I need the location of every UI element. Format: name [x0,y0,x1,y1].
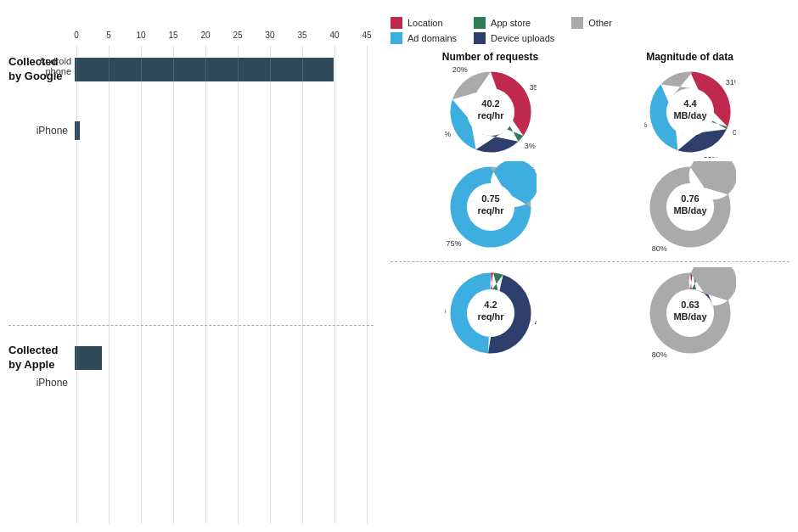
donut-group-0: 35%3%18%24%20%40.2req/hr31%0%23%32%14%4.… [391,66,790,262]
donuts-container: 35%3%18%24%20%40.2req/hr31%0%23%32%14%4.… [391,66,790,524]
legend-deviceuploads: Device uploads [474,32,554,44]
svg-text:46%: 46% [534,318,537,327]
legend-addomains: Ad domains [391,32,457,44]
svg-text:20%: 20% [452,66,467,74]
legend-other: Other [571,17,612,29]
legend-location: Location [391,17,457,29]
donut-0-0-1: 31%0%23%32%14%4.4MB/day [644,66,736,158]
donut-0-0-0: 35%3%18%24%20%40.2req/hr [445,66,537,158]
legend-area: Location Ad domains App store Device upl… [391,17,790,44]
donut-row-1-0: 1%4%46%49%4.2req/hr1%3%16%80%0.63MB/day [391,267,790,359]
donut-row-0-0: 35%3%18%24%20%40.2req/hr31%0%23%32%14%4.… [391,66,790,158]
svg-text:31%: 31% [725,78,735,87]
legend-deviceuploads-label: Device uploads [491,33,554,43]
svg-text:0%: 0% [732,128,735,137]
section-apple: Collectedby Apple iPhone [8,334,374,524]
addomains-swatch [391,32,402,44]
appstore-swatch [474,17,486,29]
donut-headers: Number of requests Magnitude of data [391,51,790,63]
location-swatch [391,17,402,29]
other-swatch [571,17,583,29]
legend-addomains-label: Ad domains [407,33,457,43]
header-magnitude: Magnitude of data [590,51,790,63]
iphone-apple-label: iPhone [8,377,75,389]
svg-text:23%: 23% [703,155,718,158]
legend-location-label: Location [407,18,443,28]
section-google: Collectedby Google Androidphone iPhone [8,46,374,326]
donut-1-0-0: 1%4%46%49%4.2req/hr [445,267,537,359]
svg-text:14%: 14% [663,66,678,67]
apple-section-label: Collectedby Apple [8,344,75,372]
svg-text:3%: 3% [524,142,535,150]
svg-text:80%: 80% [651,350,666,359]
android-bar [75,58,334,81]
deviceuploads-swatch [474,32,486,44]
svg-text:32%: 32% [644,120,647,129]
svg-text:80%: 80% [651,244,666,253]
donut-1-0-1: 1%3%16%80%0.63MB/day [644,267,736,359]
svg-text:35%: 35% [529,83,536,92]
donut-group-1: 1%4%46%49%4.2req/hr1%3%16%80%0.63MB/day [391,267,790,362]
iphone-google-label: iPhone [8,125,75,137]
donut-0-1-1: 20%80%0.76MB/day [644,161,736,253]
apple-iphone-bar [75,346,102,370]
svg-text:49%: 49% [445,306,447,315]
apple-iphone-bar-container [75,343,374,373]
android-bar-container [75,54,374,85]
donut-row-0-1: 25%75%0.75req/hr20%80%0.76MB/day [391,161,790,253]
android-label: Androidphone [10,56,71,76]
header-requests: Number of requests [391,51,590,63]
main-container: 051015202530354045 Collectedby Google An… [0,0,798,532]
legend-appstore: App store [474,17,554,29]
iphone-google-bar-container [75,119,374,143]
iphone-google-bar [75,121,80,140]
donut-0-1-0: 25%75%0.75req/hr [445,161,537,253]
bar-chart-area: 051015202530354045 Collectedby Google An… [8,17,374,524]
svg-text:75%: 75% [446,239,461,248]
legend-appstore-label: App store [491,18,531,28]
legend-other-label: Other [588,18,612,28]
svg-text:24%: 24% [445,130,451,138]
right-area: Location Ad domains App store Device upl… [374,17,790,524]
